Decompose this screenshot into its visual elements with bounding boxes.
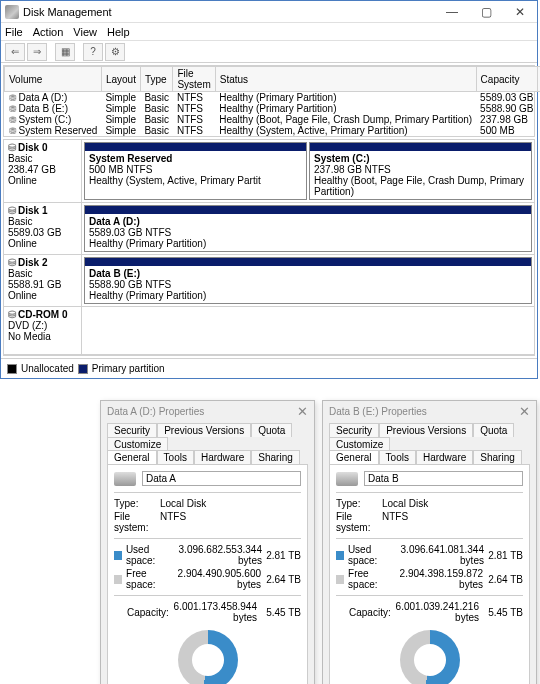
tab[interactable]: Security	[329, 423, 379, 437]
volume-list[interactable]: VolumeLayoutTypeFile SystemStatusCapacit…	[3, 65, 535, 137]
column-header[interactable]: Status	[215, 67, 476, 92]
titlebar[interactable]: Disk Management — ▢ ✕	[1, 1, 537, 23]
partition[interactable]: Data B (E:)5588.90 GB NTFSHealthy (Prima…	[84, 257, 532, 304]
properties-dialog-data-a: Data A (D:) Properties✕SecurityPrevious …	[100, 400, 315, 684]
capacity-donut	[400, 630, 460, 684]
capacity-donut	[178, 630, 238, 684]
volume-row[interactable]: System (C:)SimpleBasicNTFSHealthy (Boot,…	[5, 114, 541, 125]
dialog-title[interactable]: Data A (D:) Properties✕	[101, 401, 314, 421]
help-button[interactable]: ?	[83, 43, 103, 61]
disk-row[interactable]: Disk 2Basic5588.91 GBOnlineData B (E:)55…	[4, 255, 534, 307]
tab[interactable]: Customize	[329, 437, 390, 451]
column-header[interactable]: File System	[173, 67, 215, 92]
partition[interactable]: Data A (D:)5589.03 GB NTFSHealthy (Prima…	[84, 205, 532, 252]
menubar: File Action View Help	[1, 23, 537, 41]
minimize-button[interactable]: —	[435, 1, 469, 23]
menu-view[interactable]: View	[73, 26, 97, 38]
drive-label-input[interactable]	[364, 471, 523, 486]
tab[interactable]: Sharing	[473, 450, 521, 464]
volume-row[interactable]: Data A (D:)SimpleBasicNTFSHealthy (Prima…	[5, 92, 541, 104]
tab[interactable]: Sharing	[251, 450, 299, 464]
unallocated-swatch	[7, 364, 17, 374]
dialog-title[interactable]: Data B (E:) Properties✕	[323, 401, 536, 421]
separator	[49, 43, 53, 61]
properties-dialog-data-b: Data B (E:) Properties✕SecurityPrevious …	[322, 400, 537, 684]
separator	[77, 43, 81, 61]
tab[interactable]: General	[107, 450, 157, 464]
close-icon[interactable]: ✕	[519, 404, 530, 419]
back-button[interactable]: ⇐	[5, 43, 25, 61]
disk-row[interactable]: CD-ROM 0DVD (Z:)No Media	[4, 307, 534, 355]
menu-action[interactable]: Action	[33, 26, 64, 38]
tab[interactable]: Security	[107, 423, 157, 437]
tab[interactable]: Previous Versions	[379, 423, 473, 437]
column-header[interactable]: Type	[140, 67, 172, 92]
forward-button[interactable]: ⇒	[27, 43, 47, 61]
tab[interactable]: Quota	[473, 423, 514, 437]
volume-row[interactable]: System ReservedSimpleBasicNTFSHealthy (S…	[5, 125, 541, 136]
settings-button[interactable]: ⚙	[105, 43, 125, 61]
disk-row[interactable]: Disk 0Basic238.47 GBOnlineSystem Reserve…	[4, 140, 534, 203]
volume-row[interactable]: Data B (E:)SimpleBasicNTFSHealthy (Prima…	[5, 103, 541, 114]
partition[interactable]: System Reserved500 MB NTFSHealthy (Syste…	[84, 142, 307, 200]
refresh-button[interactable]: ▦	[55, 43, 75, 61]
toolbar: ⇐ ⇒ ▦ ? ⚙	[1, 41, 537, 63]
legend: Unallocated Primary partition	[1, 358, 537, 378]
tab[interactable]: Tools	[157, 450, 194, 464]
tab[interactable]: Customize	[107, 437, 168, 451]
tab[interactable]: Tools	[379, 450, 416, 464]
app-icon	[5, 5, 19, 19]
maximize-button[interactable]: ▢	[469, 1, 503, 23]
column-header[interactable]: Layout	[101, 67, 140, 92]
unallocated-label: Unallocated	[21, 363, 74, 374]
column-header[interactable]: Capacity	[476, 67, 537, 92]
close-icon[interactable]: ✕	[297, 404, 308, 419]
drive-icon	[114, 472, 136, 486]
drive-icon	[336, 472, 358, 486]
disk-graphical-view[interactable]: Disk 0Basic238.47 GBOnlineSystem Reserve…	[3, 139, 535, 356]
tab[interactable]: Hardware	[194, 450, 251, 464]
tab[interactable]: Quota	[251, 423, 292, 437]
partition[interactable]: System (C:)237.98 GB NTFSHealthy (Boot, …	[309, 142, 532, 200]
tab[interactable]: Previous Versions	[157, 423, 251, 437]
disk-row[interactable]: Disk 1Basic5589.03 GBOnlineData A (D:)55…	[4, 203, 534, 255]
close-button[interactable]: ✕	[503, 1, 537, 23]
menu-file[interactable]: File	[5, 26, 23, 38]
column-header[interactable]: Volume	[5, 67, 102, 92]
tab[interactable]: Hardware	[416, 450, 473, 464]
tab[interactable]: General	[329, 450, 379, 464]
disk-management-window: Disk Management — ▢ ✕ File Action View H…	[0, 0, 538, 379]
drive-label-input[interactable]	[142, 471, 301, 486]
menu-help[interactable]: Help	[107, 26, 130, 38]
primary-swatch	[78, 364, 88, 374]
window-title: Disk Management	[23, 6, 435, 18]
primary-label: Primary partition	[92, 363, 165, 374]
